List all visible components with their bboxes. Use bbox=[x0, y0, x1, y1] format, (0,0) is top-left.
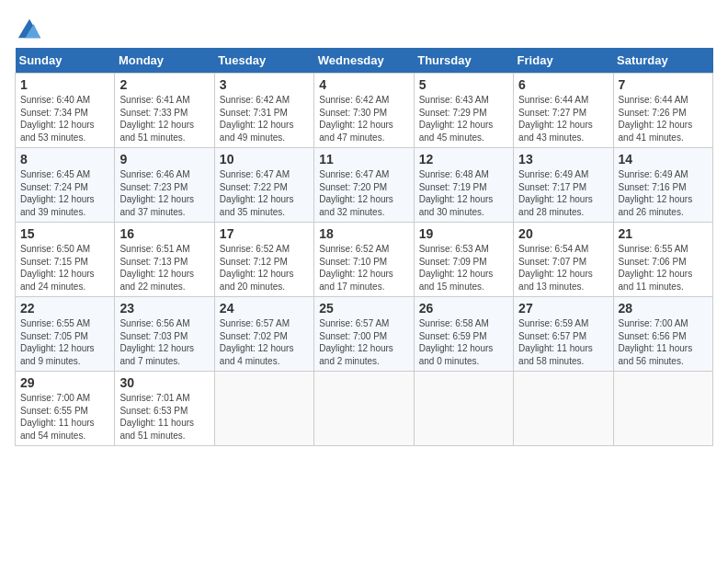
day-number: 4 bbox=[319, 77, 408, 92]
day-info: Sunrise: 6:44 AMSunset: 7:26 PMDaylight:… bbox=[619, 94, 708, 144]
calendar-cell: 19Sunrise: 6:53 AMSunset: 7:09 PMDayligh… bbox=[414, 223, 513, 297]
calendar-cell: 2Sunrise: 6:41 AMSunset: 7:33 PMDaylight… bbox=[115, 74, 214, 148]
day-info: Sunrise: 6:52 AMSunset: 7:10 PMDaylight:… bbox=[319, 243, 408, 293]
calendar-cell: 9Sunrise: 6:46 AMSunset: 7:23 PMDaylight… bbox=[115, 148, 214, 223]
day-number: 2 bbox=[119, 77, 209, 92]
day-info: Sunrise: 6:47 AMSunset: 7:22 PMDaylight:… bbox=[220, 168, 309, 218]
calendar-cell: 23Sunrise: 6:56 AMSunset: 7:03 PMDayligh… bbox=[115, 297, 214, 372]
calendar-cell: 30Sunrise: 7:01 AMSunset: 6:53 PMDayligh… bbox=[115, 372, 214, 446]
calendar-header-row: SundayMondayTuesdayWednesdayThursdayFrid… bbox=[16, 48, 713, 74]
calendar-cell: 5Sunrise: 6:43 AMSunset: 7:29 PMDaylight… bbox=[414, 74, 513, 148]
day-info: Sunrise: 6:47 AMSunset: 7:20 PMDaylight:… bbox=[319, 168, 408, 218]
calendar-cell: 20Sunrise: 6:54 AMSunset: 7:07 PMDayligh… bbox=[514, 223, 613, 297]
calendar-cell: 10Sunrise: 6:47 AMSunset: 7:22 PMDayligh… bbox=[214, 148, 313, 223]
day-info: Sunrise: 6:45 AMSunset: 7:24 PMDaylight:… bbox=[20, 168, 109, 218]
calendar-cell: 26Sunrise: 6:58 AMSunset: 6:59 PMDayligh… bbox=[414, 297, 513, 372]
calendar-cell: 3Sunrise: 6:42 AMSunset: 7:31 PMDaylight… bbox=[214, 74, 313, 148]
day-number: 10 bbox=[220, 152, 309, 167]
calendar-week-row: 22Sunrise: 6:55 AMSunset: 7:05 PMDayligh… bbox=[16, 297, 713, 372]
day-info: Sunrise: 6:42 AMSunset: 7:30 PMDaylight:… bbox=[319, 94, 408, 144]
day-info: Sunrise: 6:51 AMSunset: 7:13 PMDaylight:… bbox=[119, 243, 209, 293]
calendar-cell: 8Sunrise: 6:45 AMSunset: 7:24 PMDaylight… bbox=[16, 148, 115, 223]
day-number: 24 bbox=[220, 301, 309, 316]
day-number: 5 bbox=[419, 77, 508, 92]
calendar-cell: 27Sunrise: 6:59 AMSunset: 6:57 PMDayligh… bbox=[514, 297, 613, 372]
day-info: Sunrise: 7:00 AMSunset: 6:55 PMDaylight:… bbox=[20, 392, 109, 442]
day-number: 30 bbox=[119, 375, 209, 390]
calendar-cell: 15Sunrise: 6:50 AMSunset: 7:15 PMDayligh… bbox=[16, 223, 115, 297]
day-info: Sunrise: 7:01 AMSunset: 6:53 PMDaylight:… bbox=[119, 392, 209, 442]
day-number: 17 bbox=[220, 226, 309, 241]
calendar-cell: 28Sunrise: 7:00 AMSunset: 6:56 PMDayligh… bbox=[613, 297, 712, 372]
day-info: Sunrise: 7:00 AMSunset: 6:56 PMDaylight:… bbox=[619, 317, 708, 367]
calendar-week-row: 15Sunrise: 6:50 AMSunset: 7:15 PMDayligh… bbox=[16, 223, 713, 297]
calendar-week-row: 1Sunrise: 6:40 AMSunset: 7:34 PMDaylight… bbox=[16, 74, 713, 148]
day-info: Sunrise: 6:57 AMSunset: 7:00 PMDaylight:… bbox=[319, 317, 408, 367]
day-number: 16 bbox=[119, 226, 209, 241]
column-header-sunday: Sunday bbox=[16, 48, 115, 74]
day-number: 23 bbox=[119, 301, 209, 316]
calendar-cell: 11Sunrise: 6:47 AMSunset: 7:20 PMDayligh… bbox=[314, 148, 414, 223]
day-number: 26 bbox=[419, 301, 508, 316]
day-number: 3 bbox=[220, 77, 309, 92]
day-number: 19 bbox=[419, 226, 508, 241]
calendar-cell: 17Sunrise: 6:52 AMSunset: 7:12 PMDayligh… bbox=[214, 223, 313, 297]
calendar-cell bbox=[613, 372, 712, 446]
day-number: 1 bbox=[20, 77, 109, 92]
calendar-cell: 21Sunrise: 6:55 AMSunset: 7:06 PMDayligh… bbox=[613, 223, 712, 297]
calendar-cell: 12Sunrise: 6:48 AMSunset: 7:19 PMDayligh… bbox=[414, 148, 513, 223]
day-number: 9 bbox=[119, 152, 209, 167]
day-info: Sunrise: 6:49 AMSunset: 7:17 PMDaylight:… bbox=[518, 168, 608, 218]
day-number: 22 bbox=[20, 301, 109, 316]
day-info: Sunrise: 6:55 AMSunset: 7:05 PMDaylight:… bbox=[20, 317, 109, 367]
day-number: 28 bbox=[619, 301, 708, 316]
day-info: Sunrise: 6:50 AMSunset: 7:15 PMDaylight:… bbox=[20, 243, 109, 293]
calendar-cell bbox=[514, 372, 613, 446]
column-header-wednesday: Wednesday bbox=[314, 48, 414, 74]
day-info: Sunrise: 6:48 AMSunset: 7:19 PMDaylight:… bbox=[419, 168, 508, 218]
column-header-saturday: Saturday bbox=[613, 48, 712, 74]
calendar-cell: 7Sunrise: 6:44 AMSunset: 7:26 PMDaylight… bbox=[613, 74, 712, 148]
calendar-cell: 4Sunrise: 6:42 AMSunset: 7:30 PMDaylight… bbox=[314, 74, 414, 148]
day-info: Sunrise: 6:57 AMSunset: 7:02 PMDaylight:… bbox=[220, 317, 309, 367]
calendar-cell: 16Sunrise: 6:51 AMSunset: 7:13 PMDayligh… bbox=[115, 223, 214, 297]
calendar-cell bbox=[214, 372, 313, 446]
calendar-cell: 14Sunrise: 6:49 AMSunset: 7:16 PMDayligh… bbox=[613, 148, 712, 223]
day-number: 25 bbox=[319, 301, 408, 316]
day-info: Sunrise: 6:54 AMSunset: 7:07 PMDaylight:… bbox=[518, 243, 608, 293]
calendar-cell: 22Sunrise: 6:55 AMSunset: 7:05 PMDayligh… bbox=[16, 297, 115, 372]
calendar-cell bbox=[314, 372, 414, 446]
day-info: Sunrise: 6:44 AMSunset: 7:27 PMDaylight:… bbox=[518, 94, 608, 144]
day-info: Sunrise: 6:55 AMSunset: 7:06 PMDaylight:… bbox=[619, 243, 708, 293]
day-number: 20 bbox=[518, 226, 608, 241]
logo bbox=[15, 15, 42, 40]
calendar-cell: 18Sunrise: 6:52 AMSunset: 7:10 PMDayligh… bbox=[314, 223, 414, 297]
day-number: 8 bbox=[20, 152, 109, 167]
day-number: 15 bbox=[20, 226, 109, 241]
day-number: 27 bbox=[518, 301, 608, 316]
day-info: Sunrise: 6:42 AMSunset: 7:31 PMDaylight:… bbox=[220, 94, 309, 144]
day-info: Sunrise: 6:49 AMSunset: 7:16 PMDaylight:… bbox=[619, 168, 708, 218]
page-header bbox=[15, 15, 713, 40]
day-info: Sunrise: 6:52 AMSunset: 7:12 PMDaylight:… bbox=[220, 243, 309, 293]
calendar-week-row: 29Sunrise: 7:00 AMSunset: 6:55 PMDayligh… bbox=[16, 372, 713, 446]
day-info: Sunrise: 6:59 AMSunset: 6:57 PMDaylight:… bbox=[518, 317, 608, 367]
day-info: Sunrise: 6:41 AMSunset: 7:33 PMDaylight:… bbox=[119, 94, 209, 144]
day-number: 7 bbox=[619, 77, 708, 92]
calendar-cell: 13Sunrise: 6:49 AMSunset: 7:17 PMDayligh… bbox=[514, 148, 613, 223]
day-number: 13 bbox=[518, 152, 608, 167]
calendar-cell: 29Sunrise: 7:00 AMSunset: 6:55 PMDayligh… bbox=[16, 372, 115, 446]
calendar-cell: 1Sunrise: 6:40 AMSunset: 7:34 PMDaylight… bbox=[16, 74, 115, 148]
column-header-friday: Friday bbox=[514, 48, 613, 74]
day-number: 12 bbox=[419, 152, 508, 167]
day-info: Sunrise: 6:43 AMSunset: 7:29 PMDaylight:… bbox=[419, 94, 508, 144]
day-info: Sunrise: 6:46 AMSunset: 7:23 PMDaylight:… bbox=[119, 168, 209, 218]
column-header-tuesday: Tuesday bbox=[214, 48, 313, 74]
calendar-table: SundayMondayTuesdayWednesdayThursdayFrid… bbox=[15, 48, 713, 446]
day-number: 11 bbox=[319, 152, 408, 167]
day-info: Sunrise: 6:53 AMSunset: 7:09 PMDaylight:… bbox=[419, 243, 508, 293]
day-info: Sunrise: 6:58 AMSunset: 6:59 PMDaylight:… bbox=[419, 317, 508, 367]
day-number: 29 bbox=[20, 375, 109, 390]
day-number: 6 bbox=[518, 77, 608, 92]
calendar-cell bbox=[414, 372, 513, 446]
